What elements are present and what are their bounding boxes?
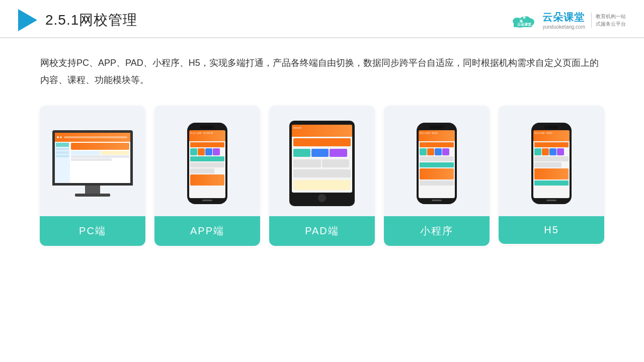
phone-row <box>534 142 569 147</box>
cards-container: PC端 职达人的第一堂培训课 <box>0 101 644 246</box>
card-h5-label: H5 <box>499 216 604 244</box>
phone-home <box>546 200 556 201</box>
page-title: 2.5.1网校管理 <box>45 11 137 30</box>
phone-row <box>534 156 569 161</box>
monitor-sidebar <box>55 142 70 183</box>
tablet-item <box>311 149 329 157</box>
phone-h5: 职达人的第一堂培训 <box>531 123 572 204</box>
play-icon <box>18 9 37 31</box>
phone-notch <box>544 126 558 129</box>
logo-tagline: 教育机构一站 式服务云平台 <box>591 13 626 28</box>
tablet-item <box>293 149 310 157</box>
phone-home <box>432 200 442 201</box>
phone-row <box>420 180 454 186</box>
svg-text:云朵课堂: 云朵课堂 <box>517 22 532 26</box>
card-pad-label: PAD端 <box>269 216 375 246</box>
phone-top: 职达人的第一堂培训 <box>419 130 455 141</box>
phone-row <box>534 180 569 186</box>
sidebar-item <box>56 151 69 154</box>
card-app-image: 职达人的第一堂培训课 <box>154 106 260 216</box>
phone-banner <box>420 168 454 179</box>
phone-app: 职达人的第一堂培训课 <box>187 123 227 204</box>
card-pad-image: 网校管理 <box>269 106 375 216</box>
tablet-screen: 网校管理 <box>292 125 352 193</box>
tablet-item <box>322 159 350 167</box>
content-banner <box>71 143 129 150</box>
phone-icon <box>435 148 442 155</box>
card-pc-label: PC端 <box>40 216 145 246</box>
tablet-home-btn <box>318 194 326 202</box>
logo-tagline-line2: 式服务云平台 <box>596 20 626 28</box>
card-mini-label: 小程序 <box>384 216 490 246</box>
phone-icon <box>534 148 541 155</box>
tablet-body <box>292 137 352 193</box>
phone-icon <box>198 148 205 155</box>
phone-header-text: 职达人的第一堂培训 <box>534 132 552 134</box>
card-app: 职达人的第一堂培训课 <box>154 106 260 246</box>
phone-row <box>190 156 224 161</box>
phone-screen: 职达人的第一堂培训课 <box>189 130 225 198</box>
phone-banner <box>190 174 224 186</box>
tablet: 网校管理 <box>289 121 355 206</box>
phone-notch <box>200 126 214 129</box>
tablet-item <box>293 138 351 146</box>
content-block <box>101 151 130 155</box>
tablet-top: 网校管理 <box>292 125 352 137</box>
phone-banner <box>534 168 569 179</box>
sidebar-item <box>56 148 69 150</box>
phone-row <box>534 162 561 167</box>
monitor-content <box>55 133 130 183</box>
card-pad: 网校管理 <box>269 106 375 246</box>
phone-icon <box>427 148 434 155</box>
logo-area: 云朵课堂 云朵课堂 yunduoketang.com 教育机构一站 式服务云平台 <box>510 11 626 30</box>
tablet-item <box>293 180 351 190</box>
description-section: 网校支持PC、APP、PAD、小程序、H5，实现多端打通，产品各终端自由切换，数… <box>0 38 644 101</box>
header-left: 2.5.1网校管理 <box>18 9 137 31</box>
phone-row <box>190 142 224 147</box>
phone-notch <box>430 126 444 129</box>
logo-name: 云朵课堂 yunduoketang.com <box>542 11 585 30</box>
phone-icons <box>420 148 454 155</box>
phone-icons <box>190 148 224 155</box>
phone-mini: 职达人的第一堂培训 <box>417 123 457 204</box>
phone-home <box>202 200 212 201</box>
logo-tagline-line1: 教育机构一站 <box>596 13 626 20</box>
phone-row <box>420 142 454 147</box>
phone-top: 职达人的第一堂培训 <box>533 130 570 141</box>
logo-url: yunduoketang.com <box>542 24 585 30</box>
phone-icon <box>213 148 220 155</box>
content-line <box>71 158 112 161</box>
card-pc: PC端 <box>40 106 145 246</box>
phone-body <box>533 141 570 198</box>
monitor-main <box>70 142 130 183</box>
phone-row <box>190 168 214 173</box>
phone-row <box>420 162 454 167</box>
monitor-bar <box>64 136 127 138</box>
card-app-label: APP端 <box>154 216 260 246</box>
sidebar-item <box>56 143 69 147</box>
title-main: 网校管理 <box>79 12 137 28</box>
tablet-item <box>330 149 347 157</box>
pc-monitor <box>52 130 133 197</box>
logo-cloud: 云朵课堂 <box>510 12 538 28</box>
logo-name-text: 云朵课堂 <box>542 11 585 24</box>
cloud-icon: 云朵课堂 <box>510 12 538 28</box>
monitor-dot <box>60 136 62 138</box>
title-prefix: 2.5.1 <box>45 12 79 28</box>
phone-body <box>419 141 455 198</box>
phone-row <box>190 162 224 167</box>
page: 2.5.1网校管理 云朵课堂 云朵课堂 yunduoketa <box>0 0 644 362</box>
content-row <box>71 151 129 155</box>
phone-icon <box>190 148 197 155</box>
monitor-topbar <box>55 133 130 142</box>
card-mini-image: 职达人的第一堂培训 <box>384 106 490 216</box>
tablet-header-text: 网校管理 <box>293 127 301 129</box>
card-pc-image <box>40 106 145 216</box>
phone-screen: 职达人的第一堂培训 <box>419 130 455 198</box>
phone-screen: 职达人的第一堂培训 <box>533 130 570 198</box>
phone-icon <box>549 148 556 155</box>
phone-icons <box>534 148 569 155</box>
card-h5-image: 职达人的第一堂培训 <box>499 106 604 216</box>
tablet-item <box>293 159 321 167</box>
monitor-screen <box>52 130 133 186</box>
